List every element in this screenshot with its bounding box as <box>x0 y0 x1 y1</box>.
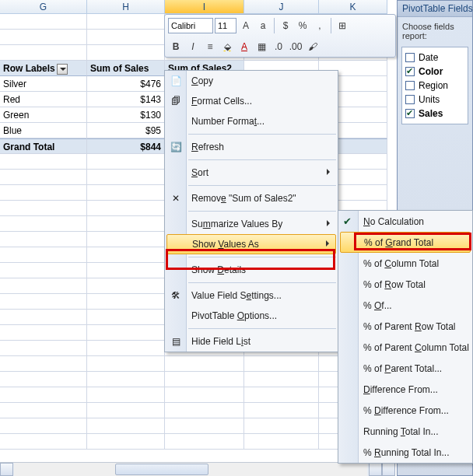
submenu-item-running-total-in[interactable]: % Running Total In... <box>338 442 472 463</box>
cell[interactable]: Row Labels <box>0 61 87 76</box>
menu-item-format-cells[interactable]: 🗐Format Cells... <box>165 91 338 111</box>
value-sales[interactable]: $143 <box>87 92 165 107</box>
field-date[interactable]: Date <box>405 51 464 65</box>
cell[interactable] <box>87 30 165 45</box>
cell[interactable] <box>0 294 87 310</box>
cell[interactable] <box>244 403 319 418</box>
fill-color-icon[interactable]: ⬙ <box>219 39 235 54</box>
cell[interactable] <box>0 263 87 278</box>
decrease-decimal-icon[interactable]: .00 <box>288 39 303 54</box>
cell[interactable] <box>0 418 87 434</box>
cell[interactable] <box>87 325 165 341</box>
menu-item-refresh[interactable]: 🔄Refresh <box>165 137 338 157</box>
checkbox-icon[interactable] <box>405 67 415 76</box>
cell[interactable] <box>0 216 87 232</box>
cell[interactable] <box>244 434 319 450</box>
menu-item-value-field-settings[interactable]: 🛠Value Field Settings... <box>165 285 338 306</box>
cell[interactable] <box>0 14 87 30</box>
menu-item-pivottable-options[interactable]: PivotTable Options... <box>165 306 338 326</box>
align-left-icon[interactable]: ≡ <box>202 39 218 54</box>
submenu-item-of-row-total[interactable]: % of Row Total <box>338 274 472 295</box>
checkbox-icon[interactable] <box>405 53 415 62</box>
checkbox-icon[interactable] <box>405 95 415 104</box>
cell[interactable] <box>165 356 244 372</box>
cell[interactable] <box>244 387 319 403</box>
increase-decimal-icon[interactable]: .0 <box>271 39 286 54</box>
field-units[interactable]: Units <box>405 93 464 107</box>
bold-button[interactable]: B <box>168 39 184 54</box>
cell[interactable] <box>87 247 165 263</box>
submenu-item-of-column-total[interactable]: % of Column Total <box>338 253 472 274</box>
cell[interactable] <box>87 278 165 294</box>
decrease-font-icon[interactable]: a <box>255 18 271 33</box>
row-label[interactable]: Silver <box>0 76 87 92</box>
cell[interactable] <box>87 14 165 30</box>
field-color[interactable]: Color <box>405 65 464 79</box>
column-header-i[interactable]: I <box>165 0 244 14</box>
cell[interactable] <box>165 418 244 434</box>
menu-item-copy[interactable]: 📄Copy <box>165 71 338 91</box>
submenu-item-of-parent-column-total[interactable]: % of Parent Column Total <box>338 337 472 358</box>
cell[interactable] <box>0 310 87 325</box>
cell[interactable] <box>0 30 87 45</box>
cell[interactable] <box>244 372 319 387</box>
increase-font-icon[interactable]: A <box>238 18 254 33</box>
format-painter-icon[interactable]: 🖌 <box>305 39 321 54</box>
cell[interactable] <box>87 154 165 170</box>
grand-total-value[interactable]: $844 <box>87 138 165 154</box>
column-header-k[interactable]: K <box>319 0 387 14</box>
scroll-thumb[interactable] <box>115 464 208 475</box>
scroll-left-button[interactable] <box>0 463 13 476</box>
cell[interactable] <box>87 201 165 216</box>
cell[interactable] <box>0 45 87 61</box>
cell[interactable] <box>0 232 87 247</box>
row-label[interactable]: Red <box>0 92 87 107</box>
checkbox-icon[interactable] <box>405 109 415 118</box>
submenu-item-of-grand-total[interactable]: % of Grand Total <box>340 232 471 253</box>
submenu-item-running-total-in[interactable]: Running Total In... <box>338 421 472 442</box>
cell[interactable] <box>0 247 87 263</box>
menu-item-show-values-as[interactable]: Show Values As <box>166 234 336 254</box>
cell[interactable] <box>87 387 165 403</box>
scroll-right-button-2[interactable] <box>382 463 395 476</box>
row-label[interactable]: Green <box>0 107 87 123</box>
cell[interactable] <box>0 170 87 185</box>
menu-item-show-details[interactable]: Show Details <box>165 260 338 280</box>
submenu-item-no-calculation[interactable]: ✔No Calculation <box>338 211 472 232</box>
font-size-select[interactable] <box>215 18 236 33</box>
cell[interactable] <box>87 341 165 356</box>
checkbox-icon[interactable] <box>405 81 415 90</box>
menu-item-summarize-values-by[interactable]: Summarize Values By <box>165 214 338 234</box>
menu-item-remove-sum-of-sales2[interactable]: ✕Remove "Sum of Sales2" <box>165 188 338 208</box>
pivot-icon[interactable]: ⊞ <box>335 18 350 33</box>
value-sales[interactable]: $476 <box>87 76 165 92</box>
cell[interactable] <box>0 201 87 216</box>
col-header-sales[interactable]: Sum of Sales <box>87 61 165 76</box>
cell[interactable] <box>0 185 87 201</box>
horizontal-scrollbar[interactable] <box>0 462 395 476</box>
cell[interactable] <box>87 263 165 278</box>
grand-total-label[interactable]: Grand Total <box>0 138 87 154</box>
column-header-g[interactable]: G <box>0 0 87 14</box>
submenu-item-difference-from[interactable]: % Difference From... <box>338 400 472 421</box>
percent-style-icon[interactable]: % <box>295 18 310 33</box>
cell[interactable] <box>244 356 319 372</box>
menu-item-number-format[interactable]: Number Format... <box>165 111 338 131</box>
field-sales[interactable]: Sales <box>405 107 464 121</box>
value-sales[interactable]: $95 <box>87 123 165 138</box>
cell[interactable] <box>165 403 244 418</box>
font-color-icon[interactable]: A <box>236 39 252 54</box>
menu-item-hide-field-list[interactable]: ▤Hide Field List <box>165 331 338 352</box>
column-header-j[interactable]: J <box>244 0 319 14</box>
cell[interactable] <box>244 418 319 434</box>
cell[interactable] <box>0 341 87 356</box>
cell[interactable] <box>87 372 165 387</box>
cell[interactable] <box>0 403 87 418</box>
row-label[interactable]: Blue <box>0 123 87 138</box>
cell[interactable] <box>0 278 87 294</box>
cell[interactable] <box>0 154 87 170</box>
comma-style-icon[interactable]: , <box>312 18 328 33</box>
row-labels-filter-icon[interactable] <box>57 64 68 75</box>
cell[interactable] <box>87 232 165 247</box>
cell[interactable] <box>165 434 244 450</box>
